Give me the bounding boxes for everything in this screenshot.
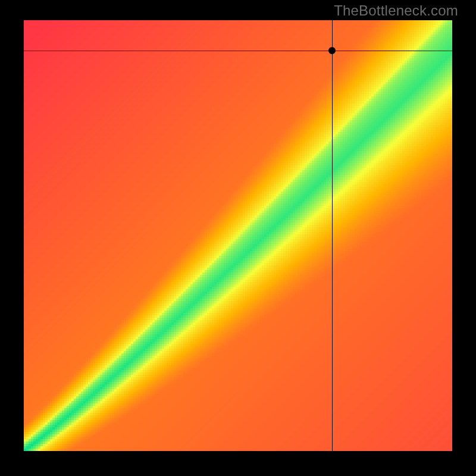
crosshair-vertical — [332, 20, 333, 451]
chart-frame: TheBottleneck.com — [0, 0, 476, 476]
heatmap-canvas — [24, 20, 452, 451]
watermark-text: TheBottleneck.com — [334, 2, 458, 19]
crosshair-horizontal — [24, 51, 452, 51]
heatmap-plot — [24, 20, 452, 451]
selection-marker — [328, 47, 336, 54]
